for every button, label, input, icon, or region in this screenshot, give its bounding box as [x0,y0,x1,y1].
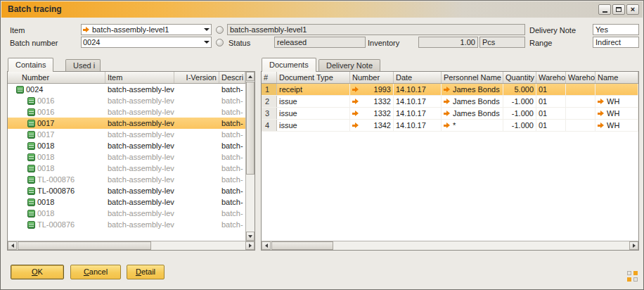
description-cell: batch- [219,140,245,151]
description-cell: batch- [219,196,245,208]
range-field[interactable]: Indirect [593,37,639,48]
inventory-label: Inventory [368,39,399,47]
contains-row[interactable]: 0018batch-assembly-level2batch- [8,163,245,174]
batch-expand-icon[interactable] [216,39,224,46]
num-cell: 4 [262,120,277,131]
documents-row[interactable]: 1receipt199314.10.17James Bonds5.00001 [262,84,638,96]
item-cell: batch-assembly-level2 [105,208,174,219]
window-title: Batch tracing [1,1,62,18]
batch-icon [27,176,35,184]
i-version-cell [174,196,219,208]
doc-type-cell: issue [277,96,350,107]
titlebar[interactable]: Batch tracing × [1,1,643,18]
batch-number-cell: 0016 [8,106,105,118]
num-cell: 1 [262,84,277,95]
item-expand-icon[interactable] [216,26,224,34]
documents-row[interactable]: 3issue133214.10.17James Bonds-1.00001WH [262,108,638,120]
batch-icon [27,108,35,116]
item-cell: batch-assembly-level2 [105,140,174,151]
batch-number-cell: 0018 [8,140,105,151]
contains-row[interactable]: 0018batch-assembly-level2batch- [8,196,245,208]
batch-number-combo-dropdown-button[interactable] [202,37,211,47]
description-cell: batch- [219,208,245,219]
quantity-cell: -1.000 [503,120,536,131]
cancel-button[interactable]: Cancel [70,265,121,279]
i-version-cell [174,208,219,219]
delivery-note-field[interactable]: Yes [593,24,639,35]
documents-horizontal-scrollbar[interactable] [262,241,638,250]
documents-row[interactable]: 4issue134214.10.17*-1.00001WH [262,120,638,132]
status-field: released [274,37,366,48]
form-resize-grip-icon[interactable] [627,271,638,282]
inventory-uom-field: Pcs [479,37,525,48]
contains-row[interactable]: 0018batch-assembly-level2batch- [8,208,245,219]
num-cell: 2 [262,96,277,107]
grip-square [633,277,638,282]
link-arrow-icon[interactable] [598,111,605,117]
horizontal-scrollbar-thumb[interactable] [18,241,151,250]
detail-button[interactable]: Detail [127,265,165,279]
i-version-cell [174,118,219,129]
scroll-left-button[interactable] [8,241,17,250]
maximize-icon [616,7,622,12]
item-label: Item [10,26,25,34]
i-version-cell [174,95,219,106]
link-arrow-icon[interactable] [352,111,359,117]
link-arrow-icon[interactable] [598,99,605,105]
batch-icon [27,165,35,172]
tab-used-in[interactable]: Used i [65,59,101,71]
inventory-field: 1.00 [418,37,478,48]
batch-number-cell: 0017 [8,118,105,129]
number-cell: 1332 [350,96,394,107]
item-combo-dropdown-button[interactable] [202,25,211,34]
batch-number-combo[interactable]: 0024 [81,37,212,48]
documents-row[interactable]: 2issue133214.10.17James Bonds-1.00001WH [262,96,638,108]
documents-column-header: Warehous [566,72,595,83]
link-arrow-icon[interactable] [352,87,359,93]
ok-button[interactable]: OK [11,265,64,279]
link-arrow-icon[interactable] [444,122,451,129]
i-version-cell [174,174,219,185]
link-arrow-icon[interactable] [444,87,451,93]
scroll-right-button[interactable] [629,241,638,250]
batch-number-cell: 0017 [8,129,105,140]
scroll-right-button[interactable] [245,241,255,250]
number-cell: 1342 [350,120,394,131]
item-combo[interactable]: batch-assembly-level1 [81,24,212,35]
link-arrow-icon[interactable] [83,27,90,33]
contains-row[interactable]: TL-000876batch-assembly-level2batch- [8,174,245,185]
close-button[interactable]: × [626,4,639,15]
contains-horizontal-scrollbar[interactable] [8,241,255,250]
tab-delivery-note[interactable]: Delivery Note [318,59,380,71]
link-arrow-icon[interactable] [444,99,451,105]
batch-number-label: Batch number [10,39,58,47]
vertical-scrollbar-thumb[interactable] [246,82,255,175]
batch-icon [27,131,35,139]
contains-row[interactable]: 0016batch-assembly-level2batch- [8,106,245,118]
link-arrow-icon[interactable] [598,122,605,129]
i-version-cell [174,163,219,174]
horizontal-scrollbar-thumb[interactable] [271,241,333,250]
contains-row[interactable]: TL-000876batch-assembly-level2batch- [8,219,245,230]
contains-row[interactable]: 0024batch-assembly-level1batch- [8,84,245,95]
tab-contains[interactable]: Contains [8,58,53,72]
contains-column-header: I-Version [174,72,219,83]
link-arrow-icon[interactable] [352,122,359,129]
tab-documents[interactable]: Documents [262,58,316,72]
contains-column-header: Number [8,72,105,83]
scroll-down-button[interactable] [246,232,255,241]
contains-vertical-scrollbar[interactable] [245,72,255,241]
contains-row[interactable]: 0018batch-assembly-level2batch- [8,151,245,163]
contains-row[interactable]: 0016batch-assembly-level2batch- [8,95,245,106]
link-arrow-icon[interactable] [352,99,359,105]
minimize-button[interactable] [598,4,611,15]
contains-row[interactable]: TL-000876batch-assembly-level2batch- [8,185,245,196]
number-cell: 1332 [350,108,394,119]
maximize-button[interactable] [612,4,625,15]
scroll-left-button[interactable] [262,241,271,250]
contains-row[interactable]: 0018batch-assembly-level2batch- [8,140,245,151]
link-arrow-icon[interactable] [444,111,451,117]
contains-row[interactable]: 0017batch-assembly-level2batch- [8,129,245,140]
scroll-up-button[interactable] [246,72,255,81]
contains-row[interactable]: 0017batch-assembly-level2batch- [8,118,245,129]
